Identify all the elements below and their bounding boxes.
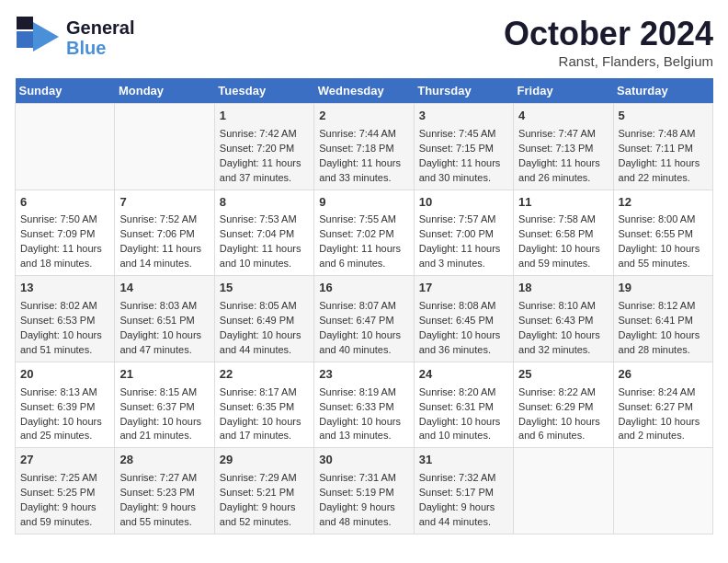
logo-blue: Blue	[66, 38, 106, 58]
calendar-week-row: 27Sunrise: 7:25 AMSunset: 5:25 PMDayligh…	[16, 448, 713, 534]
daylight-text: Daylight: 11 hours and 33 minutes.	[319, 156, 408, 186]
calendar-week-row: 13Sunrise: 8:02 AMSunset: 6:53 PMDayligh…	[16, 276, 713, 362]
daylight-text: Daylight: 11 hours and 26 minutes.	[518, 156, 608, 186]
sunrise-text: Sunrise: 8:22 AM	[518, 385, 608, 400]
sunrise-text: Sunrise: 7:44 AM	[319, 127, 408, 142]
sunrise-text: Sunrise: 8:07 AM	[319, 299, 408, 314]
sunset-text: Sunset: 6:27 PM	[619, 400, 708, 415]
table-row: 29Sunrise: 7:29 AMSunset: 5:21 PMDayligh…	[214, 448, 313, 534]
sunrise-text: Sunrise: 8:12 AM	[619, 299, 708, 314]
calendar-week-row: 1Sunrise: 7:42 AMSunset: 7:20 PMDaylight…	[16, 104, 713, 190]
sunrise-text: Sunrise: 8:10 AM	[518, 299, 608, 314]
sunrise-text: Sunrise: 7:45 AM	[419, 127, 508, 142]
logo-mark	[15, 15, 61, 60]
day-number: 9	[319, 194, 408, 212]
table-row: 28Sunrise: 7:27 AMSunset: 5:23 PMDayligh…	[115, 448, 214, 534]
daylight-text: Daylight: 10 hours and 28 minutes.	[619, 328, 708, 358]
sunrise-text: Sunrise: 7:55 AM	[319, 213, 408, 227]
day-number: 6	[20, 194, 109, 212]
sunrise-text: Sunrise: 8:24 AM	[619, 385, 708, 400]
table-row: 13Sunrise: 8:02 AMSunset: 6:53 PMDayligh…	[16, 276, 115, 362]
daylight-text: Daylight: 11 hours and 6 minutes.	[319, 242, 408, 271]
table-row: 3Sunrise: 7:45 AMSunset: 7:15 PMDaylight…	[414, 104, 513, 190]
sunrise-text: Sunrise: 7:57 AM	[419, 213, 508, 227]
sunrise-text: Sunrise: 7:25 AM	[20, 471, 109, 486]
day-number: 5	[619, 108, 708, 125]
table-row: 25Sunrise: 8:22 AMSunset: 6:29 PMDayligh…	[514, 362, 613, 448]
table-row: 4Sunrise: 7:47 AMSunset: 7:13 PMDaylight…	[514, 104, 613, 190]
sunset-text: Sunset: 5:19 PM	[319, 486, 408, 500]
sunrise-text: Sunrise: 8:00 AM	[619, 213, 708, 227]
day-number: 28	[119, 452, 209, 469]
col-tuesday: Tuesday	[214, 78, 313, 104]
sunset-text: Sunset: 6:39 PM	[20, 400, 109, 415]
daylight-text: Daylight: 10 hours and 21 minutes.	[119, 415, 209, 444]
table-row: 27Sunrise: 7:25 AMSunset: 5:25 PMDayligh…	[16, 448, 115, 534]
sunset-text: Sunset: 6:37 PM	[119, 400, 209, 415]
day-number: 13	[20, 280, 109, 297]
daylight-text: Daylight: 11 hours and 22 minutes.	[619, 156, 708, 186]
sunset-text: Sunset: 6:35 PM	[220, 400, 309, 415]
day-number: 15	[220, 280, 309, 297]
day-number: 16	[319, 280, 408, 297]
day-number: 30	[319, 452, 408, 469]
day-number: 22	[220, 366, 309, 384]
sunset-text: Sunset: 6:29 PM	[518, 400, 608, 415]
sunset-text: Sunset: 7:06 PM	[119, 227, 209, 242]
calendar-header-row: Sunday Monday Tuesday Wednesday Thursday…	[16, 78, 713, 104]
col-friday: Friday	[514, 78, 613, 104]
col-sunday: Sunday	[16, 78, 115, 104]
sunset-text: Sunset: 7:11 PM	[619, 142, 708, 156]
day-number: 8	[220, 194, 309, 212]
col-wednesday: Wednesday	[314, 78, 414, 104]
sunset-text: Sunset: 5:21 PM	[220, 486, 309, 500]
table-row	[613, 448, 712, 534]
table-row: 22Sunrise: 8:17 AMSunset: 6:35 PMDayligh…	[214, 362, 313, 448]
svg-rect-1	[17, 17, 33, 29]
calendar-week-row: 6Sunrise: 7:50 AMSunset: 7:09 PMDaylight…	[16, 190, 713, 276]
daylight-text: Daylight: 9 hours and 59 minutes.	[20, 500, 109, 530]
table-row: 1Sunrise: 7:42 AMSunset: 7:20 PMDaylight…	[214, 104, 313, 190]
sunset-text: Sunset: 6:41 PM	[619, 314, 708, 328]
day-number: 14	[119, 280, 209, 297]
daylight-text: Daylight: 11 hours and 18 minutes.	[20, 242, 109, 271]
table-row: 21Sunrise: 8:15 AMSunset: 6:37 PMDayligh…	[115, 362, 214, 448]
day-number: 1	[220, 108, 309, 125]
day-number: 29	[220, 452, 309, 469]
sunrise-text: Sunrise: 7:52 AM	[119, 213, 209, 227]
sunrise-text: Sunrise: 7:50 AM	[20, 213, 109, 227]
table-row: 8Sunrise: 7:53 AMSunset: 7:04 PMDaylight…	[214, 190, 313, 276]
daylight-text: Daylight: 10 hours and 44 minutes.	[220, 328, 309, 358]
daylight-text: Daylight: 10 hours and 36 minutes.	[419, 328, 508, 358]
day-number: 7	[119, 194, 209, 212]
table-row: 20Sunrise: 8:13 AMSunset: 6:39 PMDayligh…	[16, 362, 115, 448]
sunset-text: Sunset: 6:53 PM	[20, 314, 109, 328]
table-row: 12Sunrise: 8:00 AMSunset: 6:55 PMDayligh…	[613, 190, 712, 276]
day-number: 12	[619, 194, 708, 212]
table-row: 10Sunrise: 7:57 AMSunset: 7:00 PMDayligh…	[414, 190, 513, 276]
sunrise-text: Sunrise: 7:31 AM	[319, 471, 408, 486]
table-row: 23Sunrise: 8:19 AMSunset: 6:33 PMDayligh…	[314, 362, 414, 448]
day-number: 4	[518, 108, 608, 125]
sunset-text: Sunset: 7:15 PM	[419, 142, 508, 156]
sunset-text: Sunset: 7:09 PM	[20, 227, 109, 242]
day-number: 18	[518, 280, 608, 297]
sunset-text: Sunset: 5:23 PM	[119, 486, 209, 500]
sunset-text: Sunset: 6:55 PM	[619, 227, 708, 242]
day-number: 31	[419, 452, 508, 469]
svg-rect-0	[17, 31, 33, 48]
sunrise-text: Sunrise: 7:53 AM	[220, 213, 309, 227]
day-number: 20	[20, 366, 109, 384]
daylight-text: Daylight: 10 hours and 47 minutes.	[119, 328, 209, 358]
sunrise-text: Sunrise: 7:27 AM	[119, 471, 209, 486]
sunset-text: Sunset: 6:51 PM	[119, 314, 209, 328]
table-row: 19Sunrise: 8:12 AMSunset: 6:41 PMDayligh…	[613, 276, 712, 362]
day-number: 2	[319, 108, 408, 125]
daylight-text: Daylight: 10 hours and 17 minutes.	[220, 415, 309, 444]
sunset-text: Sunset: 7:20 PM	[220, 142, 309, 156]
day-number: 17	[419, 280, 508, 297]
sunrise-text: Sunrise: 8:13 AM	[20, 385, 109, 400]
daylight-text: Daylight: 11 hours and 30 minutes.	[419, 156, 508, 186]
table-row: 26Sunrise: 8:24 AMSunset: 6:27 PMDayligh…	[613, 362, 712, 448]
daylight-text: Daylight: 9 hours and 48 minutes.	[319, 500, 408, 530]
